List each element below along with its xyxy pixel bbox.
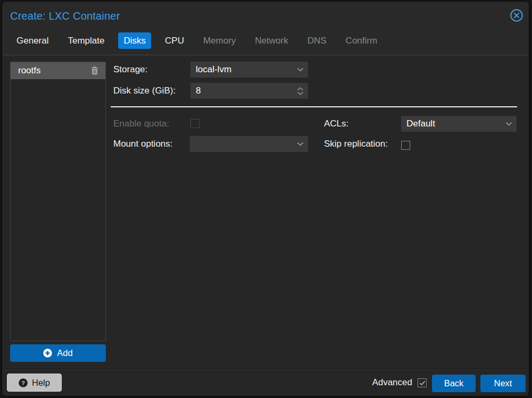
mount-point-row-rootfs[interactable]: rootfs: [11, 62, 105, 79]
skip-replication-checkbox[interactable]: [401, 141, 410, 150]
tab-confirm: Confirm: [336, 32, 387, 49]
chevron-down-icon: [297, 91, 304, 95]
tab-memory: Memory: [194, 32, 245, 49]
trash-icon[interactable]: [90, 66, 99, 75]
tab-template[interactable]: Template: [58, 32, 114, 49]
mount-options-label: Mount options:: [113, 136, 173, 152]
acls-dropdown-trigger[interactable]: [501, 116, 517, 132]
mount-point-list: rootfs: [10, 62, 106, 341]
options-separator: [111, 106, 517, 107]
disk-size-field[interactable]: 8: [190, 83, 308, 99]
storage-combo[interactable]: local-lvm: [190, 62, 308, 78]
storage-value: local-lvm: [196, 64, 292, 75]
advanced-label: Advanced: [372, 369, 412, 396]
svg-text:?: ?: [21, 379, 25, 386]
acls-label: ACLs:: [324, 116, 348, 132]
tab-general[interactable]: General: [7, 32, 58, 49]
wizard-tabs: General Template Disks CPU Memory Networ…: [7, 32, 387, 49]
back-button[interactable]: Back: [432, 375, 476, 392]
tab-dns: DNS: [298, 32, 336, 49]
acls-combo[interactable]: Default: [401, 116, 517, 132]
next-button[interactable]: Next: [480, 375, 526, 392]
circle-x-icon: [510, 9, 523, 22]
enable-quota-label: Enable quota:: [113, 116, 169, 132]
tab-network: Network: [245, 32, 297, 49]
chevron-up-icon: [297, 87, 304, 91]
plus-circle-icon: [43, 349, 52, 358]
storage-dropdown-trigger[interactable]: [292, 62, 308, 78]
help-button[interactable]: ? Help: [7, 374, 62, 392]
add-mount-point-button[interactable]: Add: [10, 344, 106, 362]
dialog-title: Create: LXC Container: [10, 10, 120, 23]
help-button-label: Help: [32, 378, 50, 388]
disks-tab-panel: rootfs Add Storage: local-lvm: [3, 55, 528, 370]
next-button-label: Next: [494, 378, 512, 388]
mount-options-dropdown-trigger[interactable]: [292, 136, 308, 152]
question-circle-icon: ?: [19, 378, 28, 387]
create-lxc-dialog: Create: LXC Container General Template D…: [2, 1, 529, 396]
chevron-down-icon: [505, 122, 512, 126]
skip-replication-label: Skip replication:: [324, 136, 388, 152]
chevron-down-icon: [297, 142, 304, 146]
advanced-checkbox[interactable]: [418, 378, 427, 387]
mount-point-name: rootfs: [18, 65, 90, 76]
acls-value: Default: [406, 118, 501, 129]
enable-quota-checkbox: [190, 119, 200, 128]
storage-label: Storage:: [113, 62, 147, 78]
disk-size-value: 8: [196, 86, 292, 96]
disk-size-spinner[interactable]: [292, 83, 308, 99]
back-button-label: Back: [444, 378, 464, 388]
mount-options-combo[interactable]: [190, 136, 308, 152]
check-icon: [419, 380, 426, 386]
tab-cpu[interactable]: CPU: [155, 32, 194, 49]
close-button[interactable]: [509, 8, 524, 23]
disk-size-label: Disk size (GiB):: [113, 83, 176, 99]
chevron-down-icon: [297, 67, 304, 72]
footer-toolbar: ? Help Advanced Back Next: [3, 368, 528, 395]
add-button-label: Add: [57, 348, 72, 358]
tab-disks[interactable]: Disks: [118, 32, 151, 49]
